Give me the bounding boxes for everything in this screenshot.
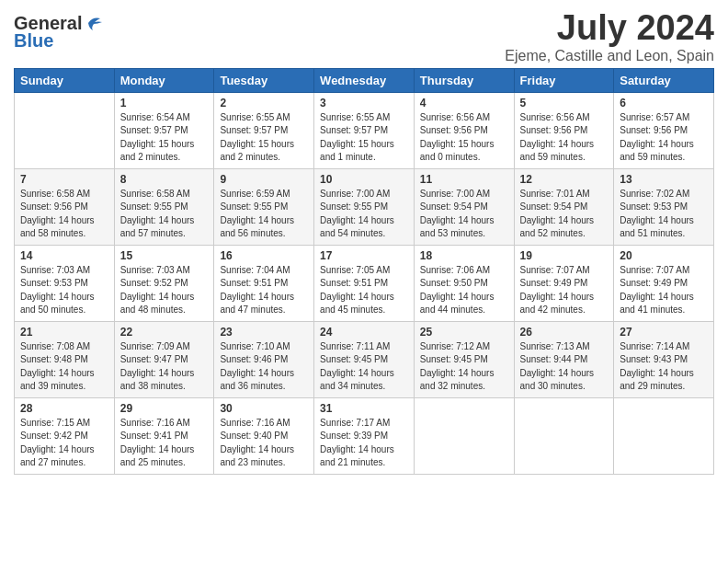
day-info: Sunrise: 6:57 AMSunset: 9:56 PMDaylight:… [620, 111, 708, 165]
day-number: 10 [320, 173, 408, 186]
day-number: 31 [320, 402, 408, 415]
day-info: Sunrise: 7:02 AMSunset: 9:53 PMDaylight:… [620, 188, 708, 241]
day-info: Sunrise: 7:12 AMSunset: 9:45 PMDaylight:… [420, 340, 508, 394]
day-info: Sunrise: 7:05 AMSunset: 9:51 PMDaylight:… [320, 264, 408, 317]
calendar-cell: 13Sunrise: 7:02 AMSunset: 9:53 PMDayligh… [614, 168, 714, 245]
day-number: 12 [520, 173, 609, 186]
calendar-cell: 22Sunrise: 7:09 AMSunset: 9:47 PMDayligh… [114, 321, 214, 397]
day-number: 3 [320, 97, 408, 109]
calendar-cell: 18Sunrise: 7:06 AMSunset: 9:50 PMDayligh… [414, 245, 514, 321]
day-number: 30 [220, 402, 308, 415]
day-number: 4 [420, 97, 508, 109]
calendar-cell: 23Sunrise: 7:10 AMSunset: 9:46 PMDayligh… [214, 321, 314, 397]
calendar-cell: 31Sunrise: 7:17 AMSunset: 9:39 PMDayligh… [314, 397, 415, 474]
page-header: General Blue July 2024 Ejeme, Castille a… [14, 9, 714, 64]
calendar-cell: 10Sunrise: 7:00 AMSunset: 9:55 PMDayligh… [314, 168, 415, 245]
calendar-cell: 1Sunrise: 6:54 AMSunset: 9:57 PMDaylight… [114, 92, 214, 168]
day-info: Sunrise: 7:17 AMSunset: 9:39 PMDaylight:… [320, 417, 408, 470]
day-info: Sunrise: 7:14 AMSunset: 9:43 PMDaylight:… [620, 340, 708, 394]
calendar-cell: 26Sunrise: 7:13 AMSunset: 9:44 PMDayligh… [514, 321, 614, 397]
calendar-cell: 15Sunrise: 7:03 AMSunset: 9:52 PMDayligh… [114, 245, 214, 321]
day-info: Sunrise: 7:09 AMSunset: 9:47 PMDaylight:… [120, 340, 209, 394]
day-number: 7 [20, 173, 108, 186]
day-number: 20 [620, 249, 708, 262]
day-info: Sunrise: 6:55 AMSunset: 9:57 PMDaylight:… [320, 111, 408, 165]
calendar-cell: 21Sunrise: 7:08 AMSunset: 9:48 PMDayligh… [15, 321, 115, 397]
month-title: July 2024 [505, 9, 714, 48]
day-number: 14 [20, 249, 108, 262]
calendar-cell: 19Sunrise: 7:07 AMSunset: 9:49 PMDayligh… [514, 245, 614, 321]
day-number: 29 [120, 402, 209, 415]
day-number: 27 [620, 326, 708, 339]
day-info: Sunrise: 6:56 AMSunset: 9:56 PMDaylight:… [520, 111, 609, 165]
calendar-cell: 30Sunrise: 7:16 AMSunset: 9:40 PMDayligh… [214, 397, 314, 474]
day-info: Sunrise: 7:00 AMSunset: 9:54 PMDaylight:… [420, 188, 508, 241]
day-info: Sunrise: 6:55 AMSunset: 9:57 PMDaylight:… [220, 111, 308, 165]
day-number: 17 [320, 249, 408, 262]
calendar-week-row: 21Sunrise: 7:08 AMSunset: 9:48 PMDayligh… [15, 321, 714, 397]
calendar-cell: 3Sunrise: 6:55 AMSunset: 9:57 PMDaylight… [314, 92, 415, 168]
day-number: 19 [520, 249, 609, 262]
day-number: 24 [320, 326, 408, 339]
calendar-cell: 29Sunrise: 7:16 AMSunset: 9:41 PMDayligh… [114, 397, 214, 474]
day-info: Sunrise: 7:06 AMSunset: 9:50 PMDaylight:… [420, 264, 508, 317]
calendar-cell: 4Sunrise: 6:56 AMSunset: 9:56 PMDaylight… [414, 92, 514, 168]
day-number: 8 [120, 173, 209, 186]
calendar-cell: 17Sunrise: 7:05 AMSunset: 9:51 PMDayligh… [314, 245, 415, 321]
day-info: Sunrise: 7:03 AMSunset: 9:53 PMDaylight:… [20, 264, 108, 317]
calendar-cell: 25Sunrise: 7:12 AMSunset: 9:45 PMDayligh… [414, 321, 514, 397]
calendar-cell: 7Sunrise: 6:58 AMSunset: 9:56 PMDaylight… [15, 168, 115, 245]
day-info: Sunrise: 7:16 AMSunset: 9:41 PMDaylight:… [120, 417, 209, 470]
day-number: 1 [120, 97, 209, 109]
calendar-table: SundayMondayTuesdayWednesdayThursdayFrid… [14, 68, 714, 475]
day-info: Sunrise: 7:13 AMSunset: 9:44 PMDaylight:… [520, 340, 609, 394]
weekday-header: Thursday [414, 68, 514, 92]
day-number: 13 [620, 173, 708, 186]
day-info: Sunrise: 7:08 AMSunset: 9:48 PMDaylight:… [20, 340, 108, 394]
weekday-header: Monday [114, 68, 214, 92]
day-info: Sunrise: 7:10 AMSunset: 9:46 PMDaylight:… [220, 340, 308, 394]
calendar-cell: 24Sunrise: 7:11 AMSunset: 9:45 PMDayligh… [314, 321, 415, 397]
logo-blue-text: Blue [14, 30, 53, 52]
day-number: 26 [520, 326, 609, 339]
day-number: 22 [120, 326, 209, 339]
calendar-cell [514, 397, 614, 474]
day-info: Sunrise: 7:16 AMSunset: 9:40 PMDaylight:… [220, 417, 308, 470]
day-number: 9 [220, 173, 308, 186]
day-info: Sunrise: 6:59 AMSunset: 9:55 PMDaylight:… [220, 188, 308, 241]
day-info: Sunrise: 7:03 AMSunset: 9:52 PMDaylight:… [120, 264, 209, 317]
day-info: Sunrise: 7:11 AMSunset: 9:45 PMDaylight:… [320, 340, 408, 394]
calendar-cell: 20Sunrise: 7:07 AMSunset: 9:49 PMDayligh… [614, 245, 714, 321]
location-title: Ejeme, Castille and Leon, Spain [505, 48, 714, 64]
calendar-cell: 12Sunrise: 7:01 AMSunset: 9:54 PMDayligh… [514, 168, 614, 245]
calendar-cell: 16Sunrise: 7:04 AMSunset: 9:51 PMDayligh… [214, 245, 314, 321]
day-number: 6 [620, 97, 708, 109]
day-number: 18 [420, 249, 508, 262]
calendar-cell: 8Sunrise: 6:58 AMSunset: 9:55 PMDaylight… [114, 168, 214, 245]
day-number: 16 [220, 249, 308, 262]
weekday-header: Tuesday [214, 68, 314, 92]
day-number: 21 [20, 326, 108, 339]
day-info: Sunrise: 6:58 AMSunset: 9:55 PMDaylight:… [120, 188, 209, 241]
day-info: Sunrise: 6:54 AMSunset: 9:57 PMDaylight:… [120, 111, 209, 165]
day-number: 25 [420, 326, 508, 339]
calendar-cell: 27Sunrise: 7:14 AMSunset: 9:43 PMDayligh… [614, 321, 714, 397]
day-info: Sunrise: 7:00 AMSunset: 9:55 PMDaylight:… [320, 188, 408, 241]
calendar-cell: 6Sunrise: 6:57 AMSunset: 9:56 PMDaylight… [614, 92, 714, 168]
day-info: Sunrise: 6:58 AMSunset: 9:56 PMDaylight:… [20, 188, 108, 241]
day-info: Sunrise: 7:01 AMSunset: 9:54 PMDaylight:… [520, 188, 609, 241]
calendar-cell [614, 397, 714, 474]
day-info: Sunrise: 6:56 AMSunset: 9:56 PMDaylight:… [420, 111, 508, 165]
calendar-cell: 5Sunrise: 6:56 AMSunset: 9:56 PMDaylight… [514, 92, 614, 168]
day-number: 5 [520, 97, 609, 109]
calendar-cell: 11Sunrise: 7:00 AMSunset: 9:54 PMDayligh… [414, 168, 514, 245]
logo-bird-icon [84, 15, 104, 31]
weekday-header: Friday [514, 68, 614, 92]
calendar-week-row: 1Sunrise: 6:54 AMSunset: 9:57 PMDaylight… [15, 92, 714, 168]
title-area: July 2024 Ejeme, Castille and Leon, Spai… [505, 9, 714, 64]
day-number: 15 [120, 249, 209, 262]
day-number: 2 [220, 97, 308, 109]
day-number: 28 [20, 402, 108, 415]
weekday-header-row: SundayMondayTuesdayWednesdayThursdayFrid… [15, 68, 714, 92]
calendar-cell [15, 92, 115, 168]
